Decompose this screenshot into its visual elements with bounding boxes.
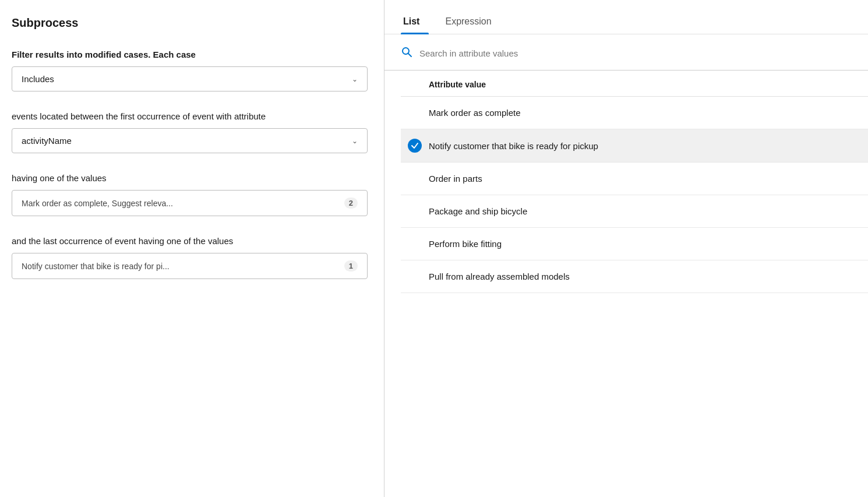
attribute-dropdown[interactable]: activityName ⌄: [12, 128, 368, 153]
includes-chevron-icon: ⌄: [352, 75, 358, 83]
search-input[interactable]: [419, 48, 852, 58]
tabs-bar: List Expression: [384, 0, 868, 34]
events-section: events located between the first occurre…: [12, 110, 368, 170]
list-item[interactable]: Order in parts: [401, 163, 868, 195]
list-area: Attribute value Mark order as complete N…: [384, 71, 868, 497]
list-item[interactable]: Pull from already assembled models: [401, 260, 868, 293]
list-items-container: Mark order as complete Notify customer t…: [401, 97, 868, 293]
filter-section: Filter results into modified cases. Each…: [12, 48, 368, 108]
values-field-text: Mark order as complete, Suggest releva..…: [22, 199, 340, 208]
list-item[interactable]: Perform bike fitting: [401, 228, 868, 260]
values-field[interactable]: Mark order as complete, Suggest releva..…: [12, 190, 368, 216]
attribute-chevron-icon: ⌄: [352, 137, 358, 145]
events-label: events located between the first occurre…: [12, 110, 368, 122]
includes-dropdown[interactable]: Includes ⌄: [12, 66, 368, 91]
attribute-value: activityName: [22, 136, 72, 146]
last-values-badge: 1: [344, 260, 358, 272]
check-area: [401, 139, 429, 153]
values-label: having one of the values: [12, 172, 368, 184]
right-panel: List Expression Attribute value Mark ord…: [384, 0, 868, 497]
search-area: [384, 34, 868, 71]
last-occurrence-section: and the last occurrence of event having …: [12, 235, 368, 295]
tab-list[interactable]: List: [401, 12, 429, 34]
filter-label: Filter results into modified cases. Each…: [12, 48, 368, 61]
list-item[interactable]: Mark order as complete: [401, 97, 868, 129]
svg-line-1: [408, 54, 412, 57]
values-badge: 2: [344, 198, 358, 209]
list-item-text: Package and ship bicycle: [429, 206, 527, 216]
list-item-text: Notify customer that bike is ready for p…: [429, 141, 598, 151]
list-item[interactable]: Package and ship bicycle: [401, 195, 868, 228]
list-header: Attribute value: [401, 71, 868, 97]
left-panel: Subprocess Filter results into modified …: [0, 0, 384, 497]
list-item-text: Mark order as complete: [429, 108, 521, 118]
check-circle: [408, 139, 422, 153]
includes-value: Includes: [22, 74, 54, 84]
search-icon: [401, 46, 412, 61]
values-section: having one of the values Mark order as c…: [12, 172, 368, 232]
list-item-text: Perform bike fitting: [429, 239, 502, 249]
last-occurrence-label: and the last occurrence of event having …: [12, 235, 368, 247]
list-item-text: Order in parts: [429, 174, 482, 184]
tab-expression[interactable]: Expression: [443, 12, 500, 34]
list-item-text: Pull from already assembled models: [429, 272, 570, 281]
list-item[interactable]: Notify customer that bike is ready for p…: [401, 129, 868, 163]
last-values-field[interactable]: Notify customer that bike is ready for p…: [12, 253, 368, 279]
panel-title: Subprocess: [12, 16, 368, 30]
last-values-text: Notify customer that bike is ready for p…: [22, 262, 340, 271]
